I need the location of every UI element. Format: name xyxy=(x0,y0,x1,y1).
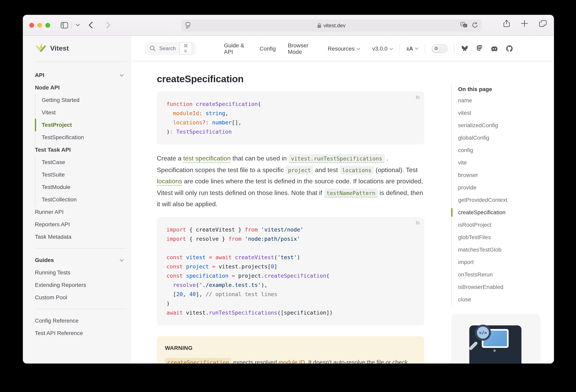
bluesky-icon[interactable] xyxy=(461,45,468,52)
nav-link-label: v3.0.0 xyxy=(372,45,387,52)
sidebar-item-label: Node API xyxy=(35,81,59,94)
sidebar-item[interactable]: TestSuite xyxy=(35,169,126,181)
sidebar-item[interactable] xyxy=(35,248,126,249)
nav-links: Guide & API Config Browser Mode xyxy=(224,42,393,55)
outline-item[interactable]: close xyxy=(458,293,554,306)
sidebar-item[interactable]: Runner API xyxy=(35,206,126,218)
outline-item[interactable]: vite xyxy=(458,156,554,169)
forward-icon[interactable] xyxy=(106,22,110,29)
outline-item[interactable]: matchesTestGlob xyxy=(458,243,554,256)
code-line: moduleId: string, xyxy=(157,109,424,118)
reload-icon[interactable] xyxy=(472,22,478,28)
sidebar-item[interactable]: Reporters API xyxy=(35,218,126,231)
share-icon[interactable] xyxy=(503,20,510,27)
sidebar-item[interactable]: TestSpecification xyxy=(35,131,126,144)
sidebar-item-label: Test API Reference xyxy=(35,327,83,339)
outline-item[interactable]: isBrowserEnabled xyxy=(458,281,554,293)
warning-callout: WARNING createSpecification expects reso… xyxy=(157,336,424,363)
social-links xyxy=(461,45,513,52)
sidebar-item[interactable]: TestProject xyxy=(35,119,126,131)
outline-item[interactable]: config xyxy=(458,144,554,156)
address-bar[interactable]: vitest.dev A x xyxy=(181,20,481,31)
outline-item[interactable]: name xyxy=(458,94,554,107)
text-link[interactable]: module ID xyxy=(279,359,305,363)
nav-link-label: Guide & API xyxy=(224,42,248,55)
sidebar-item[interactable]: Test Task API xyxy=(35,144,126,156)
site-logo[interactable]: Vitest xyxy=(23,36,131,61)
sidebar-item[interactable]: Config Reference xyxy=(35,315,126,327)
page-title: createSpecification xyxy=(157,73,424,85)
sidebar-item[interactable]: TestCollection xyxy=(35,193,126,206)
close-window-button[interactable] xyxy=(29,23,34,28)
outline-item[interactable]: import xyxy=(458,256,554,269)
outline-item[interactable]: vitest xyxy=(458,107,554,119)
sponsor-illustration: </> xyxy=(469,325,521,363)
text-link[interactable]: test specification xyxy=(183,155,231,162)
translate-icon[interactable]: A x xyxy=(461,22,467,28)
chevron-down-icon[interactable] xyxy=(76,24,80,27)
nav-link-label: Config xyxy=(259,45,276,52)
sidebar-item-label: TestProject xyxy=(42,119,72,131)
sidebar-item[interactable]: Vitest xyxy=(35,106,126,119)
sidebar-item[interactable]: Guides xyxy=(35,254,126,266)
outline-item-label: name xyxy=(458,97,472,104)
nav-divider xyxy=(454,44,455,53)
nav-link[interactable]: Browser Mode xyxy=(288,42,316,55)
sidebar-item[interactable]: TestModule xyxy=(35,181,126,193)
sidebar-item[interactable]: Node API xyxy=(35,81,126,94)
outline-item-label: serializedConfig xyxy=(458,122,498,128)
reader-icon[interactable] xyxy=(185,22,191,29)
sun-icon xyxy=(432,45,440,52)
back-icon[interactable] xyxy=(89,22,93,29)
outline-item[interactable]: provide xyxy=(458,181,554,194)
github-icon[interactable] xyxy=(506,45,513,52)
doc-content: createSpecification ts function createSp… xyxy=(131,61,424,363)
nav-link[interactable]: Config xyxy=(259,45,276,52)
chevron-down-icon xyxy=(119,74,124,77)
nav-link[interactable]: v3.0.0 xyxy=(372,45,393,52)
outline-item[interactable]: browser xyxy=(458,169,554,181)
text: expects resolved xyxy=(232,359,279,363)
chevron-down-icon xyxy=(389,48,393,50)
zoom-window-button[interactable] xyxy=(45,23,50,28)
sidebar-item[interactable]: Custom Pool xyxy=(35,291,126,304)
sidebar-item-label: Running Tests xyxy=(35,266,70,279)
outline-item[interactable]: serializedConfig xyxy=(458,119,554,132)
sidebar-item[interactable]: API xyxy=(35,69,126,81)
theme-toggle[interactable] xyxy=(432,44,448,53)
sidebar-item[interactable]: Task Metadata xyxy=(35,231,126,243)
tabs-overview-icon[interactable] xyxy=(539,20,547,27)
nav-link[interactable]: Resources xyxy=(328,45,360,52)
sidebar-item[interactable]: Running Tests xyxy=(35,266,126,279)
outline-item[interactable]: onTestsRerun xyxy=(458,269,554,281)
outline-title: On this page xyxy=(458,84,554,94)
language-menu-button[interactable]: x̄A xyxy=(406,45,418,52)
magnifier-code-icon: </> xyxy=(475,325,491,341)
outline-item-label: import xyxy=(458,259,474,265)
sidebar-item[interactable]: TestCase xyxy=(35,156,126,169)
code-line: import { resolve } from 'node:path/posix… xyxy=(157,234,424,243)
new-tab-icon[interactable] xyxy=(521,20,528,27)
sidebar-toggle-icon[interactable] xyxy=(60,22,68,28)
outline-item[interactable]: isRootProject xyxy=(458,219,554,231)
outline-item[interactable]: getProvidedContext xyxy=(458,194,554,206)
inline-code-link[interactable]: testNamePattern xyxy=(324,188,378,197)
code-line xyxy=(157,243,424,253)
outline-item-label: vitest xyxy=(458,110,471,116)
minimize-window-button[interactable] xyxy=(37,23,42,28)
text-link[interactable]: locations xyxy=(157,178,182,184)
warning-body: createSpecification expects resolved mod… xyxy=(165,357,416,363)
outline-item[interactable]: globalConfig xyxy=(458,132,554,144)
discord-icon[interactable] xyxy=(490,45,498,52)
nav-link[interactable]: Guide & API xyxy=(224,42,248,55)
search-button[interactable]: Search ⌘ K xyxy=(145,42,196,55)
inline-code-link[interactable]: vitest.runTestSpecifications xyxy=(288,154,384,163)
sidebar-item[interactable]: Extending Reporters xyxy=(35,279,126,291)
sidebar-item[interactable] xyxy=(35,309,126,309)
sidebar-item[interactable]: Getting Started xyxy=(35,94,126,106)
sponsor-card[interactable]: </> xyxy=(451,314,540,363)
outline-item[interactable]: globTestFiles xyxy=(458,231,554,243)
mastodon-icon[interactable] xyxy=(476,45,483,52)
outline-item[interactable]: createSpecification xyxy=(458,206,554,219)
sidebar-item[interactable]: Test API Reference xyxy=(35,327,126,339)
